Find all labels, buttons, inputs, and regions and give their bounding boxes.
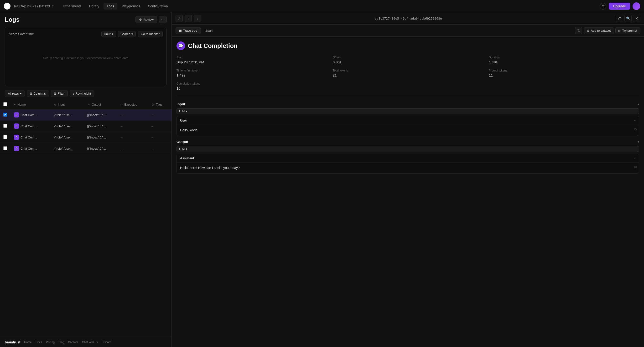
completion-title: Chat Completion (188, 42, 238, 49)
footer-link-blog[interactable]: Blog (58, 341, 64, 344)
more-button[interactable]: ⋯ (159, 16, 167, 23)
close-button[interactable]: ✕ (633, 15, 640, 22)
logo-icon (4, 3, 10, 9)
input-section-header[interactable]: Input ▾ (176, 102, 639, 106)
org-chevron-icon[interactable]: ▾ (52, 4, 54, 8)
nav-experiments[interactable]: Experiments (60, 3, 85, 9)
tab-trace-tree[interactable]: ⊞ Trace tree (176, 27, 201, 34)
filter-button[interactable]: ⊟ Filter (51, 90, 68, 97)
output-section: Output ▾ LLM ▾ Assistant ▾ Hello ther (176, 140, 639, 173)
th-name: ≡ Name (10, 100, 50, 109)
meta-duration: Duration 1.49s (489, 56, 639, 64)
expand-icon[interactable]: ▾ (634, 119, 636, 122)
table-body: D Chat Com... [{"role":"use... [{"index"… (0, 109, 172, 154)
copy-user-message-button[interactable]: ⧉ (634, 127, 636, 131)
detail-content: 💬 Chat Completion Start Sep 24 12:31 PM … (172, 37, 644, 347)
completion-icon: 💬 (176, 41, 185, 50)
user-message-header: User ▾ (177, 116, 639, 125)
assistant-message-box: Assistant ▾ Hello there! How can I assis… (176, 154, 639, 173)
table-row[interactable]: D Chat Com... [{"role":"use... [{"index"… (0, 109, 172, 121)
nav-logs[interactable]: Logs (104, 3, 117, 9)
meta-offset: Offset 0.00s (333, 56, 483, 64)
table-container: ≡ Name ↘ Input ↗ Output ≈ (0, 100, 172, 337)
output-chevron-icon: ▾ (638, 140, 639, 143)
footer-link-chat[interactable]: Chat with us (82, 341, 98, 344)
hour-select[interactable]: Hour ▾ (101, 31, 116, 37)
logs-table: ≡ Name ↘ Input ↗ Output ≈ (0, 100, 172, 154)
prev-button[interactable]: ↑ (184, 15, 192, 22)
row-type-icon: D (14, 135, 19, 140)
row-checkbox[interactable] (3, 124, 7, 128)
left-panel: Logs ⚙ Review ⋯ Scores over time Hour ▾ (0, 12, 172, 347)
row-type-icon: D (14, 123, 19, 129)
meta-prompt-tokens: Prompt tokens 11 (489, 69, 639, 77)
llm-input-badge[interactable]: LLM ▾ (176, 108, 639, 114)
expand-output-icon[interactable]: ▾ (634, 157, 636, 160)
all-rows-button[interactable]: All rows ▾ (5, 90, 25, 97)
left-header: Logs ⚙ Review ⋯ (0, 12, 172, 27)
tag-button[interactable]: 🏷 (616, 15, 623, 22)
footer-link-discord[interactable]: Discord (102, 341, 112, 344)
tab-span[interactable]: Span (202, 27, 216, 34)
llm2-chevron-icon: ▾ (186, 147, 187, 151)
llm-output-badge[interactable]: LLM ▾ (176, 146, 639, 152)
copy-assistant-message-button[interactable]: ⧉ (634, 165, 636, 169)
add-to-dataset-button[interactable]: ⊕ Add to dataset (584, 27, 614, 34)
hour-chevron-icon: ▾ (112, 32, 114, 36)
try-prompt-button[interactable]: ▷ Try prompt (616, 27, 640, 34)
table-row[interactable]: D Chat Com... [{"role":"use... [{"index"… (0, 143, 172, 154)
chart-title: Scores over time (9, 32, 34, 36)
row-checkbox[interactable] (3, 146, 7, 150)
table-header: ≡ Name ↘ Input ↗ Output ≈ (0, 100, 172, 109)
table-row[interactable]: D Chat Com... [{"role":"use... [{"index"… (0, 132, 172, 143)
help-icon[interactable]: ? (600, 3, 606, 9)
columns-button[interactable]: ⊞ Columns (27, 90, 49, 97)
right-header-actions: 🏷 🔍 ✕ (616, 15, 640, 22)
tabs-left: ⊞ Trace tree Span (176, 27, 216, 34)
chart-controls: Hour ▾ Scores ▾ Go to monitor (101, 31, 163, 37)
go-to-monitor-button[interactable]: Go to monitor (138, 31, 163, 37)
footer-link-pricing[interactable]: Pricing (46, 341, 54, 344)
user-message-box: User ▾ Hello, world! ⧉ (176, 116, 639, 136)
search-button[interactable]: 🔍 (624, 15, 632, 22)
detail-tabs: ⊞ Trace tree Span ⇅ ⊕ Add to dataset ▷ T… (172, 24, 644, 37)
output-section-header[interactable]: Output ▾ (176, 140, 639, 144)
meta-start: Start Sep 24 12:31 PM (176, 56, 327, 64)
th-tags: ⊙ Tags (148, 100, 172, 109)
row-checkbox[interactable] (3, 135, 7, 139)
prompt-icon: ▷ (618, 29, 621, 32)
dataset-icon: ⊕ (587, 29, 590, 32)
all-rows-chevron-icon: ▾ (20, 92, 22, 95)
filter-icon: ⊟ (54, 92, 56, 95)
assistant-message-header: Assistant ▾ (177, 154, 639, 163)
nav-playgrounds[interactable]: Playgrounds (118, 3, 144, 9)
footer-link-careers[interactable]: Careers (68, 341, 78, 344)
top-nav: TestOrg123321 / test123 ▾ Experiments Li… (0, 0, 644, 12)
meta-total-tokens: Total tokens 21 (333, 69, 483, 77)
select-all-checkbox[interactable] (3, 102, 7, 106)
input-chevron-icon: ▾ (638, 102, 639, 106)
org-name: TestOrg123321 / test123 (13, 4, 50, 8)
expand-panel-button[interactable]: ⤢ (176, 15, 183, 22)
table-row[interactable]: D Chat Com... [{"role":"use... [{"index"… (0, 121, 172, 132)
th-input: ↘ Input (50, 100, 84, 109)
next-button[interactable]: ↓ (194, 15, 201, 22)
avatar[interactable] (632, 2, 640, 10)
sort-button[interactable]: ⇅ (575, 27, 582, 34)
completion-header: 💬 Chat Completion (176, 41, 639, 50)
th-checkbox (0, 100, 10, 109)
nav-right: ? Upgrade (600, 2, 640, 10)
nav-configuration[interactable]: Configuration (144, 3, 171, 9)
nav-library[interactable]: Library (86, 3, 102, 9)
chart-area: Scores over time Hour ▾ Scores ▾ Go to m… (5, 27, 167, 86)
scores-select[interactable]: Scores ▾ (118, 31, 136, 37)
th-expected: ≈ Expected (118, 100, 148, 109)
table-controls: All rows ▾ ⊞ Columns ⊟ Filter ↕ Row heig… (0, 90, 172, 100)
footer-link-home[interactable]: Home (24, 341, 32, 344)
scores-chevron-icon: ▾ (132, 32, 133, 36)
footer-link-docs[interactable]: Docs (36, 341, 42, 344)
upgrade-button[interactable]: Upgrade (609, 2, 630, 10)
row-checkbox[interactable] (3, 113, 7, 116)
review-button[interactable]: ⚙ Review (136, 16, 157, 23)
row-height-button[interactable]: ↕ Row height (70, 90, 94, 97)
